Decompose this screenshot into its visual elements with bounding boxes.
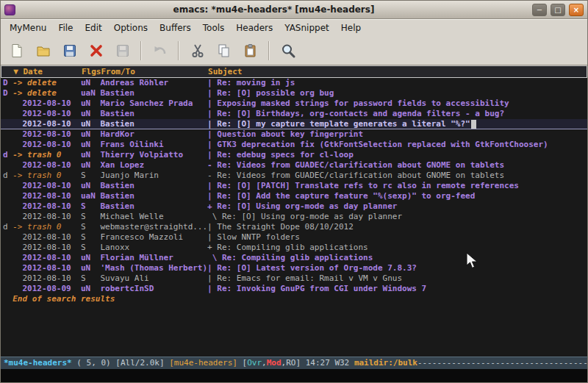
message-row[interactable]: 2012-08-10uNBastien| Re: [O] Birthdays, … — [1, 109, 587, 119]
menu-tools[interactable]: Tools — [197, 21, 231, 35]
message-row[interactable]: D-> deleteuaNBastien| Re: [O] possible o… — [1, 88, 587, 99]
write-file-icon — [115, 43, 131, 59]
undo-icon — [152, 43, 168, 59]
menu-buffers[interactable]: Buffers — [154, 21, 197, 35]
copy-button[interactable] — [212, 39, 236, 62]
message-subject: - Re: Videos from GUADEC/clarification a… — [207, 171, 587, 181]
cut-icon — [190, 43, 206, 59]
message-date: 2012-08-10 — [12, 232, 81, 243]
message-subject: | Re: Emacs for email: Rmail v VM v Gnus — [207, 273, 587, 284]
message-date: -> delete — [12, 78, 81, 88]
message-from: Lanoxx — [100, 243, 207, 253]
message-row[interactable]: 2012-08-10SBastien+ Re: [O] Using org-mo… — [1, 201, 587, 212]
mode-line[interactable]: *mu4e-headers* ( 5, 0) [All/2.0k] [mu4e-… — [1, 357, 587, 369]
message-from: Juanjo Marin — [100, 171, 207, 181]
message-row[interactable]: 2012-08-10uaNBastien| Re: [O] Add the ca… — [1, 191, 587, 201]
message-row[interactable]: 2012-08-10uN'Mash (Thomas Herbert)| Re: … — [1, 263, 587, 273]
search-button[interactable] — [276, 39, 300, 62]
message-row[interactable]: 2012-08-10uNXan Lopez- Re: Videos from G… — [1, 160, 587, 171]
message-mark: D — [3, 88, 12, 99]
menu-edit[interactable]: Edit — [79, 21, 108, 35]
header-flags-column[interactable]: Flgs — [82, 67, 101, 77]
save-icon — [62, 43, 78, 59]
write-file-button[interactable] — [110, 39, 135, 62]
modeline-readonly-indicator: RO — [286, 358, 295, 368]
message-date: -> trash 0 — [12, 150, 81, 160]
message-row[interactable]: 2012-08-10SFrancesco Mazzoli| Slow NNTP … — [1, 232, 587, 243]
message-from: Bastien — [100, 88, 207, 99]
kill-buffer-button[interactable] — [84, 39, 108, 62]
maximize-button[interactable]: □ — [551, 4, 565, 16]
message-mark — [3, 109, 12, 119]
modeline-bracket-close: ] — [295, 358, 305, 368]
message-mark: D — [3, 78, 12, 88]
kill-buffer-icon — [88, 43, 104, 59]
emacs-window: emacs: *mu4e-headers* [mu4e-headers] − □… — [0, 0, 588, 383]
message-subject: \ Re: Compiling glib applications — [207, 253, 587, 263]
message-row[interactable]: 2012-08-10uNHardKor| Question about key … — [1, 129, 587, 140]
message-row[interactable]: 2012-08-10SSuvayu Ali| Re: Emacs for ema… — [1, 273, 587, 284]
menu-file[interactable]: File — [52, 21, 79, 35]
message-subject: + Re: Compiling glib applications — [207, 243, 587, 253]
undo-button[interactable] — [148, 39, 172, 62]
cut-button[interactable] — [185, 39, 209, 62]
message-mark — [3, 284, 12, 294]
message-row[interactable]: 2012-08-10uNFrans Oilinki| GTK3 deprecat… — [1, 140, 587, 150]
message-row[interactable]: d-> trash 0uNThierry Volpiatto| Re: edeb… — [1, 150, 587, 160]
message-date: -> trash 0 — [12, 222, 81, 232]
message-date: 2012-08-10 — [12, 119, 81, 129]
tool-bar — [1, 36, 587, 65]
message-mark — [3, 99, 12, 109]
modeline-bracket-open: [ — [237, 358, 247, 368]
message-subject: | Re: moving in js — [207, 78, 587, 88]
menu-headers[interactable]: Headers — [230, 21, 279, 35]
close-button[interactable]: × — [569, 4, 584, 16]
message-subject: | Exposing masked strings for password f… — [207, 99, 587, 109]
message-row[interactable]: 2012-08-10uNBastien| Re: [O] my capture … — [1, 119, 587, 129]
message-row[interactable]: d-> trash 0Swebmaster@straightd...| The … — [1, 222, 587, 232]
message-flags: S — [81, 273, 100, 284]
modeline-position-info: ( 5, 0) [All/2.0k] — [72, 358, 169, 368]
window-menu-icon[interactable] — [4, 4, 15, 15]
headers-buffer[interactable]: ▼ Date Flgs From/To Subject D-> deleteuN… — [1, 65, 587, 357]
new-file-button[interactable] — [4, 39, 29, 62]
paste-button[interactable] — [238, 39, 262, 62]
message-mark — [3, 181, 12, 191]
minimize-button[interactable]: − — [532, 4, 547, 16]
modeline-filler-dashes: ----------------------------------------… — [417, 358, 587, 368]
menu-help[interactable]: Help — [335, 21, 367, 35]
message-row[interactable]: 2012-08-10uNFlorian Müllner \ Re: Compil… — [1, 253, 587, 263]
header-from-column[interactable]: From/To — [101, 67, 208, 77]
message-subject: | Question about key fingerprint — [207, 129, 587, 140]
message-from: Bastien — [100, 119, 207, 129]
menu-mymenu[interactable]: MyMenu — [4, 21, 52, 35]
message-row[interactable]: d-> trash 0SJuanjo Marin- Re: Videos fro… — [1, 171, 587, 181]
message-row[interactable]: 2012-08-10uNBastien| Re: [O] [PATCH] Tra… — [1, 181, 587, 191]
search-icon — [280, 43, 296, 59]
message-date: 2012-08-10 — [12, 243, 81, 253]
menu-yasnippet[interactable]: YASnippet — [279, 21, 335, 35]
modeline-comma: , — [262, 358, 267, 368]
message-from: HardKor — [100, 129, 207, 140]
save-button[interactable] — [57, 39, 82, 62]
message-from: Francesco Mazzoli — [100, 232, 207, 243]
echo-area[interactable] — [1, 369, 587, 382]
message-row[interactable]: 2012-08-10SMichael Welle \ Re: [O] Using… — [1, 212, 587, 222]
header-subject-column[interactable]: Subject — [208, 67, 587, 77]
message-date: 2012-08-10 — [12, 263, 81, 273]
message-row[interactable]: 2012-08-09uNrobertcInSD| Re: Invoking Gn… — [1, 284, 587, 294]
message-row[interactable]: 2012-08-10uNMario Sanchez Prada| Exposin… — [1, 99, 587, 109]
open-folder-button[interactable] — [31, 39, 55, 62]
message-row[interactable]: 2012-08-10SLanoxx+ Re: Compiling glib ap… — [1, 243, 587, 253]
message-row[interactable]: D-> deleteuNAndreas Röhler| Re: moving i… — [1, 78, 587, 88]
menu-options[interactable]: Options — [108, 21, 154, 35]
header-date-column[interactable]: ▼ Date — [13, 67, 82, 77]
message-flags: uN — [81, 140, 100, 150]
title-bar[interactable]: emacs: *mu4e-headers* [mu4e-headers] − □… — [1, 1, 587, 19]
message-subject: | Slow NNTP folders — [207, 232, 587, 243]
message-flags: uN — [81, 119, 100, 129]
message-mark — [3, 263, 12, 273]
message-subject: - Re: Videos from GUADEC/clarification a… — [207, 160, 587, 171]
message-from: Frans Oilinki — [100, 140, 207, 150]
message-from: Bastien — [100, 191, 207, 201]
